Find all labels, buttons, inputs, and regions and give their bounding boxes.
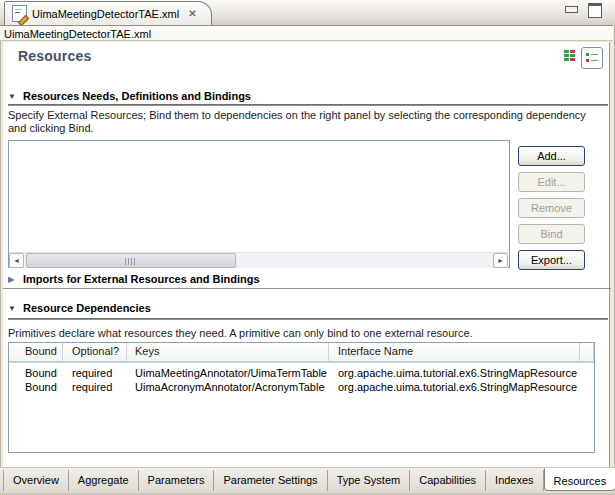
tab-parameter-settings[interactable]: Parameter Settings	[214, 470, 327, 491]
cell-interface: org.apache.uima.tutorial.ex6.StringMapRe…	[329, 366, 580, 380]
cell-keys: UimaAcronymAnnotator/AcronymTable	[127, 380, 329, 394]
section-bindings-description: Specify External Resources; Bind them to…	[8, 109, 600, 135]
section-imports-title: Imports for External Resources and Bindi…	[23, 271, 260, 286]
cell-keys: UimaMeetingAnnotator/UimaTermTable	[127, 366, 329, 380]
tab-parameters[interactable]: Parameters	[139, 470, 215, 491]
cell-interface: org.apache.uima.tutorial.ex6.StringMapRe…	[329, 380, 580, 394]
minimize-icon[interactable]	[565, 6, 578, 13]
xml-editor-icon	[12, 5, 27, 22]
horizontal-scrollbar[interactable]: ◄ ►	[9, 252, 508, 268]
section-separator	[8, 318, 608, 320]
tab-capabilities[interactable]: Capabilities	[410, 470, 486, 491]
column-header-bound[interactable]: Bound	[9, 343, 63, 361]
section-dependencies-title: Resource Dependencies	[23, 302, 151, 314]
collapse-icon[interactable]: ▼	[8, 92, 17, 101]
table-row[interactable]: Bound required UimaMeetingAnnotator/Uima…	[9, 366, 594, 380]
tab-indexes[interactable]: Indexes	[486, 470, 544, 491]
page-title: Resources	[18, 48, 91, 64]
tab-aggregate[interactable]: Aggregate	[69, 470, 139, 491]
export-button[interactable]: Export...	[518, 250, 585, 270]
column-header-keys[interactable]: Keys	[127, 343, 329, 361]
tab-resources[interactable]: Resources	[544, 468, 615, 491]
table-header-row: Bound Optional? Keys Interface Name	[9, 343, 594, 363]
cell-optional: required	[63, 380, 127, 394]
table-row[interactable]: Bound required UimaAcronymAnnotator/Acro…	[9, 380, 594, 394]
add-button[interactable]: Add...	[518, 146, 585, 166]
close-icon[interactable]: ✕	[188, 8, 196, 19]
section-bindings-title: Resources Needs, Definitions and Binding…	[23, 90, 251, 102]
remove-button: Remove	[518, 198, 585, 218]
page-tabbar: Overview Aggregate Parameters Parameter …	[0, 467, 615, 494]
editor-tabbar: UimaMeetingDetectorTAE.xml ✕	[0, 0, 615, 25]
collapse-icon[interactable]: ▼	[8, 304, 17, 313]
form-view-icon[interactable]	[581, 47, 603, 69]
cell-optional: required	[63, 366, 127, 380]
cell-bound: Bound	[9, 366, 63, 380]
column-header-optional[interactable]: Optional?	[63, 343, 127, 361]
resources-tree[interactable]: − UimaAcronymTableFile URL: file:org/apa…	[8, 140, 510, 268]
breadcrumb: UimaMeetingDetectorTAE.xml	[0, 25, 613, 41]
edit-button: Edit...	[518, 172, 585, 192]
dependencies-table[interactable]: Bound Optional? Keys Interface Name Boun…	[8, 342, 595, 453]
maximize-icon[interactable]	[588, 3, 602, 18]
section-dependencies-description: Primitives declare what resources they n…	[8, 327, 600, 340]
section-bindings-header[interactable]: ▼ Resources Needs, Definitions and Bindi…	[8, 90, 251, 102]
scroll-right-icon[interactable]: ►	[493, 253, 508, 268]
grid-view-icon[interactable]	[564, 50, 577, 63]
tab-type-system[interactable]: Type System	[328, 470, 411, 491]
section-dependencies-header[interactable]: ▼ Resource Dependencies	[8, 302, 151, 314]
section-separator	[8, 104, 608, 106]
section-imports-header[interactable]: ▶ Imports for External Resources and Bin…	[8, 271, 260, 286]
expand-icon[interactable]: ▶	[8, 271, 17, 286]
bind-button: Bind	[518, 224, 585, 244]
editor-window: UimaMeetingDetectorTAE.xml ✕ UimaMeeting…	[0, 0, 615, 495]
editor-tab[interactable]: UimaMeetingDetectorTAE.xml ✕	[4, 1, 212, 25]
tab-overview[interactable]: Overview	[3, 470, 69, 491]
editor-tab-title: UimaMeetingDetectorTAE.xml	[32, 8, 179, 20]
column-header-filler	[580, 343, 594, 361]
scrollbar-thumb[interactable]	[26, 253, 236, 268]
scroll-left-icon[interactable]: ◄	[9, 253, 24, 268]
part-divider	[3, 288, 611, 289]
cell-bound: Bound	[9, 380, 63, 394]
column-header-interface[interactable]: Interface Name	[329, 343, 580, 361]
